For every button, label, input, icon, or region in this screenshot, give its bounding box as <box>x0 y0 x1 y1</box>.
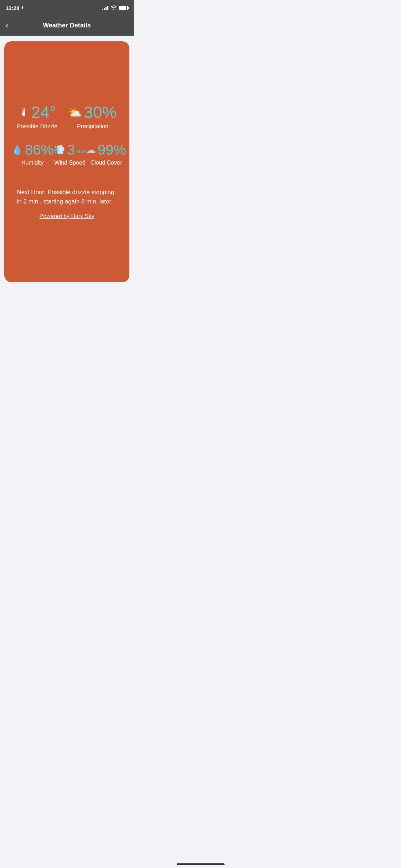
top-stats-row: 🌡 24° Possible Drizzle ⛅ 30% Precipitati… <box>11 104 122 130</box>
wind-speed-value: 3 <box>67 143 75 157</box>
nav-bar: ‹ Weather Details <box>0 16 134 36</box>
humidity-label: Humidity <box>21 160 43 166</box>
cloud-cover-value: 99% <box>98 143 126 157</box>
temperature-value-row: 🌡 24° <box>19 104 56 120</box>
thermometer-icon: 🌡 <box>19 106 29 118</box>
signal-icon <box>102 5 108 10</box>
humidity-value: 86% <box>25 143 53 157</box>
precipitation-label: Precipitation <box>77 123 108 130</box>
wind-value-row: 💨 3 m/s <box>53 143 86 157</box>
wind-icon: 💨 <box>53 144 65 155</box>
status-time: 12:28 ⬆ <box>6 5 24 11</box>
status-right-icons <box>102 5 128 11</box>
cloud-cover-stat: ☁ 99% Cloud Cover <box>86 143 126 166</box>
back-button[interactable]: ‹ <box>6 21 8 30</box>
cloud-cover-label: Cloud Cover <box>91 160 122 166</box>
bottom-stats-row: 💧 86% Humidity 💨 3 m/s Wind Speed ☁ 99% <box>11 143 122 166</box>
weather-card: 🌡 24° Possible Drizzle ⛅ 30% Precipitati… <box>4 41 129 282</box>
precipitation-value: 30% <box>84 104 117 120</box>
temperature-value: 24° <box>31 104 56 120</box>
wifi-icon <box>110 5 117 11</box>
precipitation-stat: ⛅ 30% Precipitation <box>68 104 117 130</box>
rain-cloud-icon: ⛅ <box>68 106 82 119</box>
page-title: Weather Details <box>43 22 91 29</box>
battery-icon <box>119 6 128 10</box>
location-arrow-icon: ⬆ <box>21 6 24 10</box>
status-bar: 12:28 ⬆ <box>0 0 134 16</box>
temperature-label: Possible Drizzle <box>17 123 58 130</box>
humidity-stat: 💧 86% Humidity <box>11 143 53 166</box>
divider <box>17 179 117 179</box>
wind-speed-unit: m/s <box>77 148 86 157</box>
droplet-icon: 💧 <box>11 144 23 155</box>
powered-by-link[interactable]: Powered by Dark Sky <box>40 213 94 219</box>
next-hour-description: Next Hour: Possible drizzle stopping in … <box>17 188 117 206</box>
precipitation-value-row: ⛅ 30% <box>68 104 117 120</box>
wind-speed-label: Wind Speed <box>54 160 85 166</box>
wind-speed-stat: 💨 3 m/s Wind Speed <box>53 143 86 166</box>
main-content: 🌡 24° Possible Drizzle ⛅ 30% Precipitati… <box>0 36 134 289</box>
humidity-value-row: 💧 86% <box>11 143 53 157</box>
temperature-stat: 🌡 24° Possible Drizzle <box>17 104 58 130</box>
cloud-value-row: ☁ 99% <box>86 143 126 157</box>
time-label: 12:28 <box>6 5 19 11</box>
cloud-icon: ☁ <box>86 144 96 155</box>
